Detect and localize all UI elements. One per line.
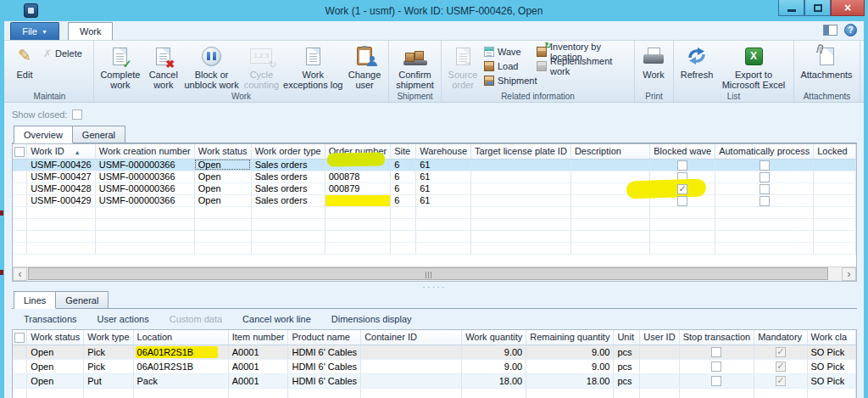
checkbox-blocked_wave[interactable] xyxy=(677,196,687,206)
grid-row[interactable]: OpenPick06A01R2S1BA0001HDMI 6' Cables9.0… xyxy=(13,359,856,373)
row-selector[interactable] xyxy=(13,159,27,171)
work-exceptions-log-button[interactable]: Work exceptions log xyxy=(282,42,343,90)
scroll-right-button[interactable]: › xyxy=(842,267,856,281)
cell-order_number[interactable] xyxy=(325,159,390,171)
cell-work_id[interactable]: USMF-000426 xyxy=(27,159,96,171)
checkbox-blocked_wave[interactable] xyxy=(677,184,687,194)
block-unblock-button[interactable]: Block or unblock work xyxy=(183,42,241,90)
cell-auto_process[interactable] xyxy=(715,159,814,171)
cell-work_qty[interactable]: 9.00 xyxy=(462,345,526,359)
column-header-locked[interactable]: Locked xyxy=(814,144,856,159)
column-header-work_type[interactable]: Work type xyxy=(84,330,133,345)
cell-user_id[interactable] xyxy=(640,345,679,359)
column-header-site[interactable]: Site xyxy=(391,144,416,159)
column-header-work_id[interactable]: Work ID▲ xyxy=(27,144,96,159)
cell-stop_transaction[interactable] xyxy=(679,359,754,373)
grid-row[interactable]: OpenPick06A01R2S1BA0001HDMI 6' Cables9.0… xyxy=(13,345,856,359)
checkbox-blocked_wave[interactable] xyxy=(677,160,687,171)
cell-work_status[interactable]: Open xyxy=(27,359,84,373)
cell-auto_process[interactable] xyxy=(715,171,814,182)
cell-work_class[interactable]: SO Pick xyxy=(807,373,856,388)
cell-order_number[interactable] xyxy=(325,194,390,206)
column-header-warehouse[interactable]: Warehouse xyxy=(416,144,471,159)
cell-target_lp[interactable] xyxy=(471,171,571,182)
complete-work-button[interactable]: ✓ Complete work xyxy=(97,42,144,90)
refresh-button[interactable]: Refresh xyxy=(676,42,717,90)
column-header-remaining_qty[interactable]: Remaining quantity xyxy=(526,330,614,345)
grid-row[interactable]: USMF-000427USMF-000000366OpenSales order… xyxy=(13,171,856,182)
cell-work_type[interactable]: Put xyxy=(84,373,133,388)
column-header-product_name[interactable]: Product name xyxy=(288,330,361,345)
row-selector[interactable] xyxy=(13,194,27,206)
scrollbar-thumb[interactable] xyxy=(28,267,828,280)
cell-work_class[interactable]: SO Pick xyxy=(807,359,856,373)
cell-auto_process[interactable] xyxy=(715,194,814,206)
cancel-work-button[interactable]: ✖ Cancel work xyxy=(144,42,183,90)
action-transactions[interactable]: Transactions xyxy=(14,311,87,328)
tab-work[interactable]: Work xyxy=(68,22,113,40)
change-user-button[interactable]: Change user xyxy=(343,42,386,90)
edit-button[interactable]: ✎ Edit xyxy=(8,42,41,90)
scrollbar-track[interactable] xyxy=(27,267,842,281)
cell-description[interactable] xyxy=(570,159,649,171)
cell-work_status[interactable]: Open xyxy=(27,345,84,359)
maximize-button[interactable] xyxy=(804,0,831,16)
cell-blocked_wave[interactable] xyxy=(650,159,715,171)
checkbox-stop_transaction[interactable] xyxy=(711,362,721,372)
cell-warehouse[interactable]: 61 xyxy=(416,194,471,206)
column-header-target_lp[interactable]: Target license plate ID xyxy=(471,144,571,159)
cell-item_number[interactable]: A0001 xyxy=(228,373,288,388)
checkbox-auto_process[interactable] xyxy=(760,196,770,206)
tab-overview[interactable]: Overview xyxy=(14,126,73,143)
grid-row[interactable]: USMF-000428USMF-000000366OpenSales order… xyxy=(13,182,856,194)
column-header-unit[interactable]: Unit xyxy=(614,330,640,345)
cell-site[interactable]: 6 xyxy=(391,159,416,171)
checkbox-auto_process[interactable] xyxy=(760,172,770,182)
cell-item_number[interactable]: A0001 xyxy=(228,359,288,373)
load-button[interactable]: Load xyxy=(481,59,534,73)
minimize-button[interactable] xyxy=(778,0,804,16)
horizontal-scrollbar[interactable]: ‹ › xyxy=(13,266,856,281)
cell-work_order_type[interactable]: Sales orders xyxy=(251,159,325,171)
cell-container_id[interactable] xyxy=(361,345,462,359)
column-header-creation_number[interactable]: Work creation number xyxy=(95,144,194,159)
grid-row[interactable]: USMF-000429USMF-000000366OpenSales order… xyxy=(13,194,856,206)
cell-auto_process[interactable] xyxy=(715,182,814,194)
grid-row[interactable]: OpenPutPackA0001HDMI 6' Cables18.0018.00… xyxy=(13,373,856,388)
row-selector[interactable] xyxy=(13,359,27,373)
column-header-work_qty[interactable]: Work quantity xyxy=(462,330,526,345)
cell-location[interactable]: 06A01R2S1B xyxy=(133,345,228,359)
column-header-location[interactable]: Location xyxy=(133,330,228,345)
cell-remaining_qty[interactable]: 9.00 xyxy=(526,359,614,373)
cell-product_name[interactable]: HDMI 6' Cables xyxy=(288,345,361,359)
column-header-stop_transaction[interactable]: Stop transaction xyxy=(679,330,754,345)
cell-work_order_type[interactable]: Sales orders xyxy=(251,194,325,206)
checkbox-auto_process[interactable] xyxy=(760,160,770,171)
cell-mandatory[interactable] xyxy=(754,373,807,388)
wave-button[interactable]: Wave xyxy=(481,44,534,59)
cell-site[interactable]: 6 xyxy=(391,171,416,182)
cell-unit[interactable]: pcs xyxy=(614,345,640,359)
row-selector[interactable] xyxy=(13,182,27,194)
confirm-shipment-button[interactable]: Confirm shipment xyxy=(392,42,438,90)
cell-work_status[interactable]: Open xyxy=(194,171,251,182)
checkbox-mandatory[interactable] xyxy=(776,362,786,372)
cell-work_class[interactable]: SO Pick xyxy=(807,345,856,359)
cell-target_lp[interactable] xyxy=(471,159,571,171)
cell-stop_transaction[interactable] xyxy=(679,373,754,388)
column-header-work_order_type[interactable]: Work order type xyxy=(251,144,325,159)
cell-work_status[interactable]: Open xyxy=(27,373,84,388)
tab-lines[interactable]: Lines xyxy=(14,291,56,309)
cell-container_id[interactable] xyxy=(361,373,462,388)
help-icon[interactable]: ? xyxy=(844,24,857,36)
cell-location[interactable]: 06A01R2S1B xyxy=(133,359,228,373)
column-header-mandatory[interactable]: Mandatory xyxy=(754,330,807,345)
cell-locked[interactable] xyxy=(814,194,856,206)
cell-creation_number[interactable]: USMF-000000366 xyxy=(95,182,194,194)
checkbox-stop_transaction[interactable] xyxy=(711,376,721,386)
replenishment-work-button[interactable]: Replenishment work xyxy=(534,59,629,73)
column-header-work_class[interactable]: Work cla xyxy=(807,330,856,345)
cell-warehouse[interactable]: 61 xyxy=(416,182,471,194)
cell-work_id[interactable]: USMF-000427 xyxy=(27,171,96,182)
pane-splitter[interactable]: ····· xyxy=(12,282,857,291)
